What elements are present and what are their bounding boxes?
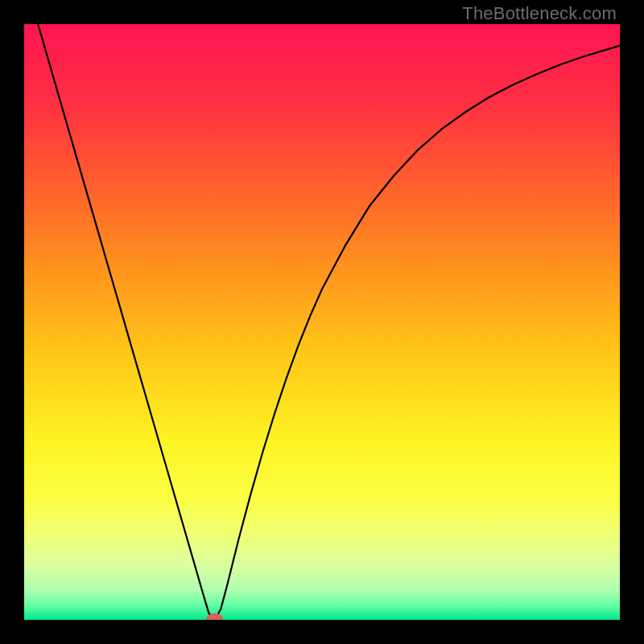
gradient-background [24,24,620,620]
chart-frame [24,24,620,620]
watermark-text: TheBottleneck.com [462,3,617,24]
bottleneck-chart [24,24,620,620]
